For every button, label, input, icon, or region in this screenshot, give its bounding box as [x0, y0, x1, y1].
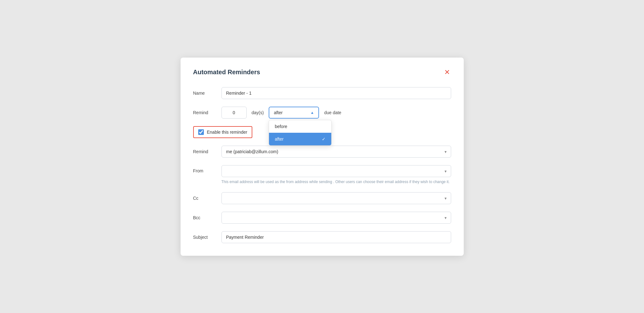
name-label: Name: [193, 91, 221, 96]
timing-dropdown-button[interactable]: after ▲: [269, 107, 319, 119]
name-input[interactable]: [221, 87, 451, 99]
remind-controls: day(s) after ▲ before after ✓ due d: [221, 107, 451, 119]
cc-label: Cc: [193, 196, 221, 201]
option-before[interactable]: before: [269, 120, 331, 133]
remind2-label: Remind: [193, 149, 221, 154]
timing-dropdown-wrapper: after ▲ before after ✓: [269, 107, 319, 119]
from-row: From ▾ This email address will be used a…: [193, 165, 451, 185]
option-after-label: after: [275, 137, 283, 142]
subject-row: Subject: [193, 231, 451, 243]
name-row: Name: [193, 87, 451, 99]
days-unit: day(s): [252, 110, 264, 115]
timing-dropdown-menu: before after ✓: [269, 120, 332, 146]
cc-select[interactable]: [221, 192, 451, 204]
remind2-select[interactable]: me (patriciab@zillum.com): [221, 146, 451, 158]
chevron-up-icon: ▲: [311, 110, 314, 115]
from-select-wrapper: ▾: [221, 165, 451, 177]
remind-label: Remind: [193, 110, 221, 115]
modal-header: Automated Reminders ✕: [193, 68, 451, 77]
from-helper-text: This email address will be used as the f…: [221, 179, 450, 185]
subject-input[interactable]: [221, 231, 451, 243]
remind2-select-wrapper: me (patriciab@zillum.com) ▾: [221, 146, 451, 158]
close-button[interactable]: ✕: [443, 68, 451, 77]
cc-select-wrapper: ▾: [221, 192, 451, 204]
subject-area: [221, 231, 451, 243]
from-select[interactable]: [221, 165, 451, 177]
remind-row: Remind day(s) after ▲ before after ✓: [193, 107, 451, 119]
option-before-label: before: [275, 124, 287, 129]
remind2-row: Remind me (patriciab@zillum.com) ▾: [193, 146, 451, 158]
cc-row: Cc ▾: [193, 192, 451, 204]
bcc-select[interactable]: [221, 212, 451, 224]
bcc-area: ▾: [221, 212, 451, 224]
enable-reminder-text: Enable this reminder: [207, 130, 247, 135]
modal-title: Automated Reminders: [193, 69, 260, 76]
enable-reminder-checkbox[interactable]: [198, 129, 204, 135]
enable-reminder-label[interactable]: Enable this reminder: [193, 126, 252, 138]
subject-label: Subject: [193, 235, 221, 240]
option-after[interactable]: after ✓: [269, 133, 331, 145]
automated-reminders-modal: Automated Reminders ✕ Name Remind day(s)…: [181, 58, 464, 256]
bcc-row: Bcc ▾: [193, 212, 451, 224]
check-icon: ✓: [322, 137, 326, 142]
days-input[interactable]: [221, 107, 247, 119]
bcc-label: Bcc: [193, 215, 221, 220]
from-area: ▾ This email address will be used as the…: [221, 165, 451, 185]
remind2-select-area: me (patriciab@zillum.com) ▾: [221, 146, 451, 158]
cc-area: ▾: [221, 192, 451, 204]
due-date-label: due date: [324, 110, 341, 115]
bcc-select-wrapper: ▾: [221, 212, 451, 224]
from-label: From: [193, 165, 221, 173]
timing-selected-value: after: [274, 110, 283, 115]
name-input-area: [221, 87, 451, 99]
